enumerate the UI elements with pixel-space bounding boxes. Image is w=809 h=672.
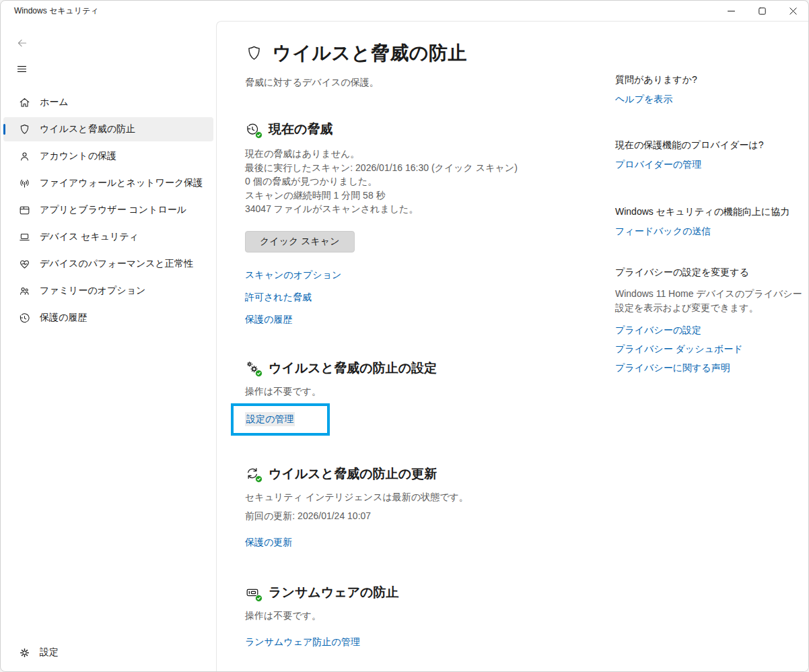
aside-block-provider: 現在の保護機能のプロバイダーは? プロバイダーの管理 bbox=[615, 138, 809, 171]
refresh-check-icon bbox=[245, 466, 260, 481]
windows-security-window: Windows セキュリティ bbox=[0, 0, 809, 672]
laptop-icon bbox=[17, 230, 31, 244]
selected-accent-bar bbox=[3, 124, 5, 135]
sidebar-item-label: アカウントの保護 bbox=[40, 150, 116, 162]
minimize-button[interactable] bbox=[715, 1, 746, 21]
shield-icon bbox=[245, 44, 263, 63]
maximize-button[interactable] bbox=[746, 1, 777, 21]
page-subtitle: 脅威に対するデバイスの保護。 bbox=[245, 77, 615, 89]
aside-block-feedback: Windows セキュリティの機能向上に協力 フィードバックの送信 bbox=[615, 205, 809, 238]
drive-check-icon bbox=[245, 585, 260, 601]
help-aside: 質問がありますか? ヘルプを表示 現在の保護機能のプロバイダーは? プロバイダー… bbox=[615, 40, 809, 671]
protection-history-link[interactable]: 保護の履歴 bbox=[245, 313, 615, 326]
sidebar-item-firewall-network[interactable]: ファイアウォールとネットワーク保護 bbox=[3, 171, 213, 195]
sidebar-item-protection-history[interactable]: 保護の履歴 bbox=[3, 306, 213, 330]
section-protection-updates: ウイルスと脅威の防止の更新 セキュリティ インテリジェンスは最新の状態です。 前… bbox=[245, 465, 615, 549]
highlight-box: 設定の管理 bbox=[231, 403, 330, 436]
sidebar-item-family-options[interactable]: ファミリーのオプション bbox=[3, 279, 213, 303]
window-controls bbox=[715, 1, 808, 21]
check-badge bbox=[255, 131, 262, 139]
aside-heading: Windows セキュリティの機能向上に協力 bbox=[615, 205, 809, 219]
privacy-dashboard-link[interactable]: プライバシー ダッシュボード bbox=[615, 343, 809, 356]
shield-icon bbox=[17, 123, 31, 136]
heart-pulse-icon bbox=[17, 257, 31, 271]
sidebar: ホーム ウイルスと脅威の防止 アカウントの保護 bbox=[1, 21, 216, 671]
main-column: ウイルスと脅威の防止 脅威に対するデバイスの保護。 現在の脅威 現在の脅威はあり… bbox=[245, 40, 615, 671]
maximize-icon bbox=[759, 7, 766, 15]
close-button[interactable] bbox=[777, 1, 808, 21]
page-title: ウイルスと脅威の防止 bbox=[273, 40, 467, 66]
sidebar-item-account-protection[interactable]: アカウントの保護 bbox=[3, 144, 213, 168]
section-protection-settings: ウイルスと脅威の防止の設定 操作は不要です。 設定の管理 bbox=[245, 360, 615, 436]
history-icon bbox=[17, 311, 31, 325]
last-scan-line: 最後に実行したスキャン: 2026/01/16 16:30 (クイック スキャン… bbox=[245, 161, 615, 175]
gear-icon bbox=[17, 646, 31, 659]
manage-providers-link[interactable]: プロバイダーの管理 bbox=[615, 158, 701, 171]
aside-block-privacy: プライバシーの設定を変更する Windows 11 Home デバイスのプライバ… bbox=[615, 265, 809, 374]
minimize-icon bbox=[728, 7, 735, 15]
threats-found-line: 0 個の脅威が見つかりました。 bbox=[245, 174, 615, 189]
menu-button[interactable] bbox=[12, 59, 32, 81]
threat-links: スキャンのオプション 許可された脅威 保護の履歴 bbox=[245, 269, 615, 326]
check-badge bbox=[255, 595, 262, 602]
home-icon bbox=[17, 96, 31, 109]
gears-check-icon bbox=[245, 360, 260, 376]
sidebar-item-label: ファイアウォールとネットワーク保護 bbox=[40, 177, 203, 189]
sidebar-item-settings[interactable]: 設定 bbox=[3, 640, 213, 665]
page-header: ウイルスと脅威の防止 bbox=[245, 40, 615, 66]
privacy-settings-link[interactable]: プライバシーの設定 bbox=[615, 324, 809, 337]
show-help-link[interactable]: ヘルプを表示 bbox=[615, 93, 672, 106]
settings-status: 操作は不要です。 bbox=[245, 386, 615, 398]
sidebar-nav: ホーム ウイルスと脅威の防止 アカウントの保護 bbox=[1, 90, 216, 330]
manage-settings-link[interactable]: 設定の管理 bbox=[245, 412, 295, 426]
aside-heading: 現在の保護機能のプロバイダーは? bbox=[615, 138, 809, 152]
send-feedback-link[interactable]: フィードバックの送信 bbox=[615, 225, 711, 238]
sidebar-item-home[interactable]: ホーム bbox=[3, 90, 213, 114]
sidebar-item-label: ホーム bbox=[40, 96, 69, 108]
network-icon bbox=[17, 176, 31, 190]
check-badge bbox=[255, 475, 262, 483]
sidebar-item-device-security[interactable]: デバイス セキュリティ bbox=[3, 225, 213, 249]
section-title: ウイルスと脅威の防止の更新 bbox=[269, 465, 437, 483]
aside-heading: プライバシーの設定を変更する bbox=[615, 265, 809, 279]
back-button[interactable] bbox=[12, 33, 32, 55]
check-badge bbox=[255, 370, 262, 377]
sidebar-item-virus-threat-protection[interactable]: ウイルスと脅威の防止 bbox=[3, 117, 213, 141]
privacy-statement-link[interactable]: プライバシーに関する声明 bbox=[615, 362, 809, 374]
sidebar-item-label: ウイルスと脅威の防止 bbox=[40, 123, 135, 135]
quick-scan-button[interactable]: クイック スキャン bbox=[245, 231, 355, 253]
sidebar-item-label: デバイスのパフォーマンスと正常性 bbox=[40, 258, 193, 270]
back-arrow-icon bbox=[16, 37, 28, 49]
updates-status: セキュリティ インテリジェンスは最新の状態です。 bbox=[245, 492, 615, 504]
threat-status-line: 現在の脅威はありません。 bbox=[245, 147, 615, 161]
section-current-threats: 現在の脅威 現在の脅威はありません。 最後に実行したスキャン: 2026/01/… bbox=[245, 121, 615, 326]
app-window-icon bbox=[17, 203, 31, 217]
sidebar-item-label: ファミリーのオプション bbox=[40, 285, 145, 297]
aside-heading: 質問がありますか? bbox=[615, 73, 809, 87]
files-scanned-line: 34047 ファイルがスキャンされました。 bbox=[245, 202, 615, 216]
close-icon bbox=[789, 7, 797, 15]
last-update-line: 前回の更新: 2026/01/24 10:07 bbox=[245, 509, 615, 523]
history-check-icon bbox=[245, 122, 260, 137]
section-title: ウイルスと脅威の防止の設定 bbox=[269, 360, 437, 377]
sidebar-item-label: アプリとブラウザー コントロール bbox=[40, 204, 186, 216]
scan-options-link[interactable]: スキャンのオプション bbox=[245, 269, 615, 281]
sidebar-item-label: デバイス セキュリティ bbox=[40, 231, 139, 243]
section-title: 現在の脅威 bbox=[269, 121, 332, 138]
sidebar-item-device-performance[interactable]: デバイスのパフォーマンスと正常性 bbox=[3, 252, 213, 276]
content-surface: ウイルスと脅威の防止 脅威に対するデバイスの保護。 現在の脅威 現在の脅威はあり… bbox=[216, 21, 808, 671]
family-icon bbox=[17, 284, 31, 298]
protection-updates-link[interactable]: 保護の更新 bbox=[245, 536, 292, 549]
sidebar-item-label: 設定 bbox=[40, 646, 59, 659]
hamburger-icon bbox=[16, 63, 28, 75]
section-ransomware: ランサムウェアの防止 操作は不要です。 ランサムウェア防止の管理 bbox=[245, 584, 615, 648]
aside-block-help: 質問がありますか? ヘルプを表示 bbox=[615, 73, 809, 106]
privacy-description: Windows 11 Home デバイスのプライバシー設定を表示および変更できま… bbox=[615, 287, 809, 315]
scan-duration-line: スキャンの継続時間 1 分間 58 秒 bbox=[245, 189, 615, 203]
sidebar-item-app-browser-control[interactable]: アプリとブラウザー コントロール bbox=[3, 198, 213, 222]
section-title: ランサムウェアの防止 bbox=[269, 584, 399, 601]
privacy-links: プライバシーの設定 プライバシー ダッシュボード プライバシーに関する声明 bbox=[615, 324, 809, 374]
allowed-threats-link[interactable]: 許可された脅威 bbox=[245, 291, 615, 304]
manage-ransomware-link[interactable]: ランサムウェア防止の管理 bbox=[245, 636, 360, 648]
titlebar: Windows セキュリティ bbox=[1, 1, 808, 21]
